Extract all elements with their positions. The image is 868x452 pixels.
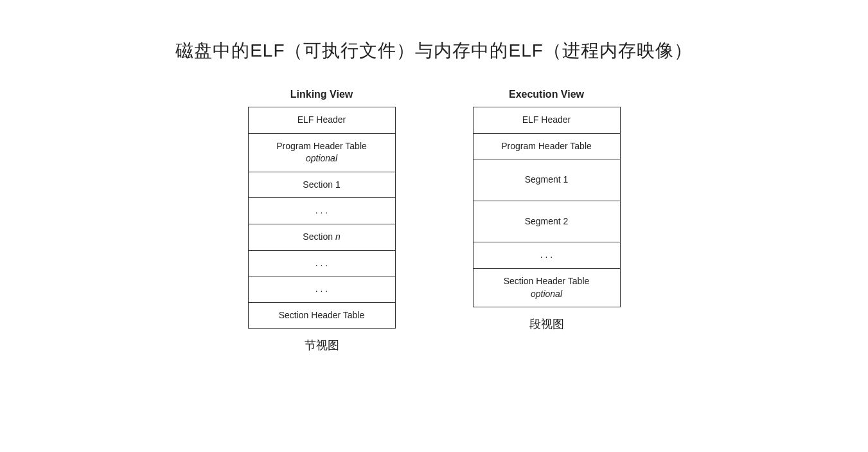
table-cell: ELF Header [248, 107, 395, 134]
table-cell: Segment 1 [473, 159, 620, 201]
linking-view-table: ELF Header Program Header Tableoptional … [248, 107, 396, 329]
table-cell: Section n [248, 224, 395, 250]
execution-view-label: 段视图 [529, 316, 564, 332]
table-cell: Program Header Tableoptional [248, 133, 395, 172]
page-title: 磁盘中的ELF（可执行文件）与内存中的ELF（进程内存映像） [175, 39, 693, 63]
table-row: ELF Header [473, 107, 620, 134]
table-cell: . . . [248, 276, 395, 303]
table-row: Section Header Tableoptional [473, 268, 620, 307]
table-row: ELF Header [248, 107, 395, 134]
table-row: Section Header Table [248, 302, 395, 329]
table-cell: . . . [473, 242, 620, 269]
linking-view-label: 节视图 [305, 338, 339, 353]
execution-view-table: ELF Header Program Header Table Segment … [473, 107, 621, 307]
table-row: . . . [248, 250, 395, 276]
table-row: Segment 2 [473, 201, 620, 242]
optional-label: optional [306, 153, 337, 163]
table-row: Section 1 [248, 172, 395, 198]
linking-view-diagram: Linking View ELF Header Program Header T… [248, 89, 396, 353]
diagrams-container: Linking View ELF Header Program Header T… [248, 89, 621, 353]
table-cell: Program Header Table [473, 133, 620, 159]
optional-label: optional [531, 289, 562, 299]
linking-view-title: Linking View [290, 89, 353, 100]
table-row: Program Header Table [473, 133, 620, 159]
table-cell: ELF Header [473, 107, 620, 134]
table-row: . . . [473, 242, 620, 269]
italic-n: n [335, 231, 341, 242]
table-row: Segment 1 [473, 159, 620, 201]
table-row: Section n [248, 224, 395, 250]
table-cell: . . . [248, 250, 395, 276]
table-cell: Section Header Tableoptional [473, 268, 620, 307]
table-cell: Section 1 [248, 172, 395, 198]
execution-view-title: Execution View [509, 89, 584, 100]
table-cell: Section Header Table [248, 302, 395, 329]
execution-view-diagram: Execution View ELF Header Program Header… [473, 89, 621, 332]
table-cell: Segment 2 [473, 201, 620, 242]
table-row: Program Header Tableoptional [248, 133, 395, 172]
table-row: . . . [248, 276, 395, 303]
table-cell: . . . [248, 198, 395, 224]
table-row: . . . [248, 198, 395, 224]
